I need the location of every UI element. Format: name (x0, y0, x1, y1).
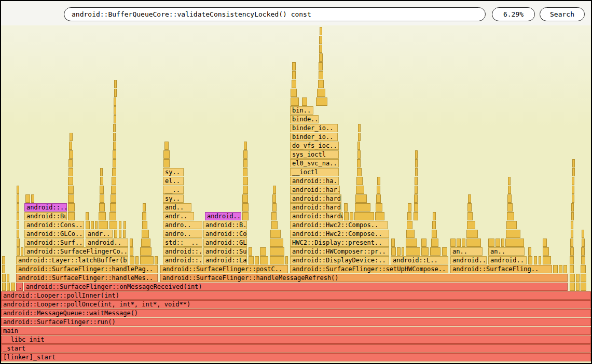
flame-frame-small[interactable] (414, 203, 418, 212)
flame-frame-small[interactable] (25, 194, 30, 203)
flame-frame-small[interactable] (68, 168, 73, 176)
flame-frame[interactable]: android::SurfaceFlinger::handlePag.. (16, 265, 158, 273)
flame-frame-small[interactable] (563, 265, 567, 273)
flame-frame-small[interactable] (466, 230, 478, 238)
flame-frame[interactable]: android.. (488, 256, 527, 264)
flame-frame-small[interactable] (100, 186, 104, 194)
flame-frame-small[interactable] (414, 194, 418, 203)
flame-frame-small[interactable] (432, 230, 437, 238)
flame-frame-small[interactable] (543, 239, 547, 247)
flame-frame-small[interactable] (407, 221, 412, 229)
flame-frame[interactable]: __.. (163, 186, 184, 194)
flame-frame-small[interactable] (402, 247, 404, 256)
flame-frame-small[interactable] (507, 212, 514, 220)
flame-frame-small[interactable] (271, 221, 278, 229)
flame-frame-small[interactable] (431, 239, 438, 247)
flame-frame[interactable]: std::__.. (163, 239, 202, 247)
flame-frame-small[interactable] (318, 80, 324, 88)
flame-frame-small[interactable] (320, 27, 322, 35)
flame-frame[interactable]: andro.. (163, 221, 202, 229)
flame-frame-small[interactable] (113, 150, 116, 159)
flame-frame-small[interactable] (571, 230, 573, 238)
flame-frame[interactable]: android::Looper::pollOnce(int, int*, int… (1, 300, 591, 309)
flame-frame-small[interactable] (406, 239, 417, 247)
flame-frame-small[interactable] (109, 212, 116, 220)
flame-frame-small[interactable] (505, 239, 524, 247)
flame-frame[interactable]: android::hardware::g.. (290, 212, 343, 220)
flame-frame-small[interactable] (543, 247, 549, 256)
flame-frame-small[interactable] (468, 194, 471, 203)
flame-frame-small[interactable] (95, 221, 98, 229)
flame-frame-small[interactable] (86, 212, 89, 220)
flame-frame-small[interactable] (111, 194, 116, 203)
flame-frame[interactable]: binder_io.. (290, 133, 338, 141)
flame-frame-small[interactable] (69, 142, 72, 150)
flame-frame-small[interactable] (506, 221, 517, 229)
flame-frame-small[interactable] (292, 80, 296, 88)
flame-frame[interactable]: android::B.. (203, 221, 247, 229)
flame-frame[interactable]: android.. (86, 239, 128, 247)
flame-frame-small[interactable] (507, 203, 513, 212)
flame-frame-small[interactable] (543, 256, 551, 264)
flame-frame[interactable]: main (1, 327, 591, 335)
flame-frame-small[interactable] (467, 203, 472, 212)
flame-frame-small[interactable] (539, 256, 541, 264)
flame-frame[interactable]: android::Su.. (203, 247, 247, 256)
flame-frame-small[interactable] (375, 212, 384, 220)
flame-frame-small[interactable] (119, 230, 121, 238)
flame-frame-small[interactable] (319, 62, 323, 71)
search-button[interactable]: Search (540, 7, 585, 21)
flame-frame-small[interactable] (243, 186, 248, 194)
flame-frame-small[interactable] (7, 274, 9, 282)
flame-frame-small[interactable] (270, 247, 284, 256)
flame-frame-small[interactable] (111, 186, 116, 194)
flame-frame-small[interactable] (114, 106, 116, 115)
flame-frame-small[interactable] (255, 256, 259, 264)
flame-frame-small[interactable] (570, 256, 574, 264)
flame-frame-small[interactable] (581, 247, 585, 256)
flame-frame-small[interactable] (581, 265, 586, 273)
flame-frame[interactable]: andr.. (86, 230, 113, 238)
flame-frame[interactable]: an.. (488, 247, 525, 256)
flame-frame-small[interactable] (467, 212, 473, 220)
flame-frame-small[interactable] (113, 142, 116, 150)
flame-frame-small[interactable] (17, 239, 20, 247)
flame-frame-small[interactable] (457, 239, 461, 247)
flame-frame[interactable]: android::.. (163, 247, 202, 256)
flame-frame-small[interactable] (114, 115, 116, 123)
flame-frame-small[interactable] (376, 203, 382, 212)
flame-frame[interactable]: binder_io.. (290, 124, 338, 132)
flame-frame[interactable]: sys_ioctl (290, 150, 339, 159)
flame-frame[interactable]: __libc_init (1, 335, 591, 344)
flame-frame[interactable]: sy.. (163, 168, 184, 176)
flame-frame-small[interactable] (7, 283, 10, 291)
flame-frame-small[interactable] (356, 186, 364, 194)
flame-frame[interactable]: an.. (450, 247, 483, 256)
flame-frame-small[interactable] (319, 71, 323, 79)
flame-frame-small[interactable] (534, 256, 537, 264)
flame-frame-small[interactable] (462, 239, 465, 247)
flame-frame-small[interactable] (2, 274, 6, 282)
flame-frame-small[interactable] (68, 212, 75, 220)
flame-frame-small[interactable] (113, 159, 116, 167)
flame-frame-small[interactable] (271, 212, 277, 220)
flame-frame[interactable]: android::SurfaceFlinger::run() (1, 318, 591, 326)
flame-frame-small[interactable] (142, 212, 146, 220)
flame-frame-small[interactable] (260, 247, 266, 256)
flame-frame[interactable]: sy.. (163, 194, 184, 203)
flame-frame-small[interactable] (100, 177, 103, 185)
flame-frame-small[interactable] (317, 89, 325, 97)
flame-frame-small[interactable] (123, 221, 126, 229)
flame-frame[interactable]: andro.. (163, 230, 202, 238)
flame-frame-small[interactable] (501, 239, 504, 247)
flame-frame-small[interactable] (272, 203, 277, 212)
flame-frame-small[interactable] (17, 194, 19, 203)
search-input[interactable] (64, 7, 486, 21)
flame-frame-small[interactable] (142, 221, 147, 229)
flame-frame-small[interactable] (432, 221, 436, 229)
flame-frame[interactable]: android::SurfaceFlinger::setUpHWCompose.… (290, 265, 448, 273)
flame-frame-small[interactable] (69, 150, 73, 159)
flame-frame-small[interactable] (21, 247, 23, 256)
flame-frame[interactable]: android::DisplayDevice:.. (290, 256, 389, 264)
flame-frame[interactable]: android::Surf.. (24, 239, 84, 247)
